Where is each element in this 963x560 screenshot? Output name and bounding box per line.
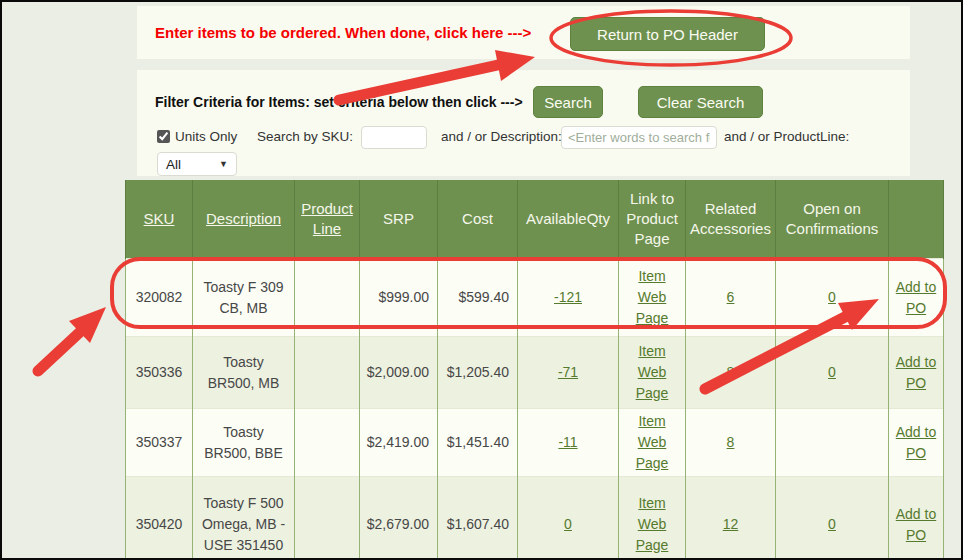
related-accessories-link[interactable]: 8 <box>727 364 735 380</box>
available-qty-link[interactable]: -71 <box>558 364 578 380</box>
product-line-cell <box>295 337 360 409</box>
col-open-confirmations: Open on Confirmations <box>776 180 889 259</box>
items-table: SKU Description Product Line SRP Cost Av… <box>125 180 944 560</box>
sku-cell: 350337 <box>126 409 193 477</box>
col-cost: Cost <box>438 180 518 259</box>
available-qty-cell: -71 <box>518 337 619 409</box>
add-to-po-link[interactable]: Add to PO <box>896 424 936 461</box>
product-line-selected-value: All <box>166 157 181 172</box>
description-search-input[interactable] <box>561 126 717 149</box>
item-web-page-cell: Item Web Page <box>619 259 686 337</box>
col-link: Link to Product Page <box>619 180 686 259</box>
chevron-down-icon: ▼ <box>219 159 228 169</box>
open-confirmations-cell: 0 <box>776 259 889 337</box>
table-row: 350420 Toasty F 500 Omega, MB - USE 3514… <box>126 477 944 560</box>
add-to-po-cell: Add to PO <box>889 337 944 409</box>
search-button[interactable]: Search <box>533 86 603 118</box>
clear-search-button[interactable]: Clear Search <box>638 86 763 118</box>
related-accessories-cell: 8 <box>686 409 776 477</box>
product-line-select[interactable]: All ▼ <box>157 152 237 176</box>
sku-search-input[interactable] <box>361 126 427 149</box>
item-web-page-link[interactable]: Item Web Page <box>636 343 669 401</box>
cost-cell: $1,205.40 <box>438 337 518 409</box>
table-header-row: SKU Description Product Line SRP Cost Av… <box>126 180 944 259</box>
available-qty-cell: -11 <box>518 409 619 477</box>
item-web-page-link[interactable]: Item Web Page <box>636 495 669 553</box>
col-add-to-po <box>889 180 944 259</box>
open-confirmations-cell: 0 <box>776 337 889 409</box>
item-web-page-link[interactable]: Item Web Page <box>636 268 669 326</box>
add-to-po-link[interactable]: Add to PO <box>896 279 936 316</box>
filter-panel: Filter Criteria for Items: set criteria … <box>137 70 910 176</box>
units-only-label: Units Only <box>175 129 237 144</box>
add-to-po-link[interactable]: Add to PO <box>896 354 936 391</box>
annotation-arrow-to-first-row <box>38 307 106 371</box>
cost-cell: $599.40 <box>438 259 518 337</box>
sku-cell: 350336 <box>126 337 193 409</box>
related-accessories-link[interactable]: 6 <box>727 289 735 305</box>
product-line-label: and / or ProductLine: <box>724 129 849 144</box>
open-confirmations-link[interactable]: 0 <box>828 364 836 380</box>
sku-sort-link[interactable]: SKU <box>144 210 175 227</box>
sku-cell: 320082 <box>126 259 193 337</box>
srp-cell: $2,009.00 <box>360 337 438 409</box>
item-web-page-cell: Item Web Page <box>619 337 686 409</box>
open-confirmations-link[interactable]: 0 <box>828 516 836 532</box>
available-qty-cell: -121 <box>518 259 619 337</box>
item-web-page-link[interactable]: Item Web Page <box>636 413 669 471</box>
add-to-po-cell: Add to PO <box>889 409 944 477</box>
search-by-sku-label: Search by SKU: <box>257 129 353 144</box>
table-row: 350337 Toasty BR500, BBE $2,419.00 $1,45… <box>126 409 944 477</box>
units-only-checkbox[interactable] <box>157 130 170 143</box>
po-item-entry-screen: Enter items to be ordered. When done, cl… <box>0 0 963 560</box>
srp-cell: $2,679.00 <box>360 477 438 560</box>
item-web-page-cell: Item Web Page <box>619 409 686 477</box>
col-srp: SRP <box>360 180 438 259</box>
cost-cell: $1,607.40 <box>438 477 518 560</box>
open-confirmations-cell <box>776 409 889 477</box>
table-row: 350336 Toasty BR500, MB $2,009.00 $1,205… <box>126 337 944 409</box>
available-qty-link[interactable]: 0 <box>564 516 572 532</box>
description-label: and / or Description: <box>441 129 562 144</box>
product-line-cell <box>295 409 360 477</box>
filter-title: Filter Criteria for Items: set criteria … <box>155 94 523 110</box>
product-line-cell <box>295 259 360 337</box>
description-sort-link[interactable]: Description <box>206 210 281 227</box>
instruction-text: Enter items to be ordered. When done, cl… <box>155 6 531 59</box>
available-qty-link[interactable]: -121 <box>554 289 582 305</box>
col-product-line: Product Line <box>295 180 360 259</box>
add-to-po-cell: Add to PO <box>889 477 944 560</box>
description-cell: Toasty BR500, BBE <box>193 409 295 477</box>
return-to-po-header-button[interactable]: Return to PO Header <box>570 17 765 51</box>
open-confirmations-cell: 0 <box>776 477 889 560</box>
description-cell: Toasty F 309 CB, MB <box>193 259 295 337</box>
item-web-page-cell: Item Web Page <box>619 477 686 560</box>
instruction-banner: Enter items to be ordered. When done, cl… <box>137 6 910 59</box>
related-accessories-cell: 12 <box>686 477 776 560</box>
product-line-cell <box>295 477 360 560</box>
available-qty-link[interactable]: -11 <box>558 434 577 450</box>
related-accessories-link[interactable]: 12 <box>723 516 739 532</box>
add-to-po-link[interactable]: Add to PO <box>896 506 936 543</box>
col-sku: SKU <box>126 180 193 259</box>
related-accessories-link[interactable]: 8 <box>727 434 735 450</box>
srp-cell: $2,419.00 <box>360 409 438 477</box>
description-cell: Toasty BR500, MB <box>193 337 295 409</box>
table-row: 320082 Toasty F 309 CB, MB $999.00 $599.… <box>126 259 944 337</box>
col-description: Description <box>193 180 295 259</box>
col-available-qty: AvailableQty <box>518 180 619 259</box>
cost-cell: $1,451.40 <box>438 409 518 477</box>
srp-cell: $999.00 <box>360 259 438 337</box>
open-confirmations-link[interactable]: 0 <box>828 289 836 305</box>
description-cell: Toasty F 500 Omega, MB - USE 351450 <box>193 477 295 560</box>
add-to-po-cell: Add to PO <box>889 259 944 337</box>
product-line-sort-link[interactable]: Product Line <box>301 200 353 237</box>
related-accessories-cell: 6 <box>686 259 776 337</box>
related-accessories-cell: 8 <box>686 337 776 409</box>
available-qty-cell: 0 <box>518 477 619 560</box>
col-related-accessories: Related Accessories <box>686 180 776 259</box>
sku-cell: 350420 <box>126 477 193 560</box>
